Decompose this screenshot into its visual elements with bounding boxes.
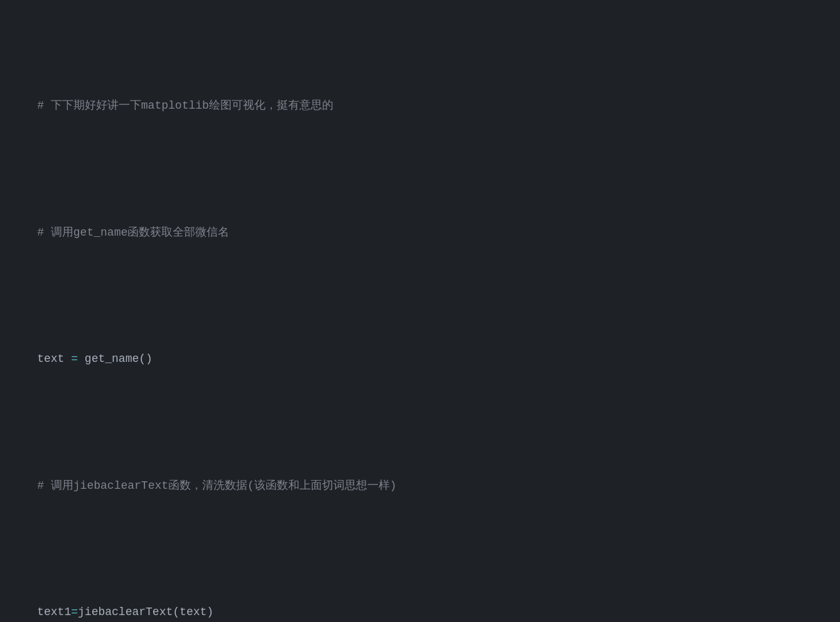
operator: = [71,606,78,618]
code-text: text [37,352,71,365]
operator: = [71,352,78,365]
code-text: get_name() [78,352,153,365]
comment: # 调用jiebaclearText函数，清洗数据(该函数和上面切词思想一样) [37,479,396,492]
code-text: jiebaclearText(text) [78,606,213,618]
code-line-4: # 调用jiebaclearText函数，清洗数据(该函数和上面切词思想一样) [10,459,830,513]
code-block: # 下下期好好讲一下matplotlib绘图可视化，挺有意思的 # 调用get_… [0,0,840,622]
code-text: text1 [37,606,71,618]
comment: # 调用get_name函数获取全部微信名 [37,226,229,239]
code-line-3: text = get_name() [10,332,830,386]
code-line-1: # 下下期好好讲一下matplotlib绘图可视化，挺有意思的 [10,79,830,133]
comment: # 下下期好好讲一下matplotlib绘图可视化，挺有意思的 [37,99,333,112]
code-line-2: # 调用get_name函数获取全部微信名 [10,205,830,259]
code-line-5: text1=jiebaclearText(text) [10,586,830,623]
